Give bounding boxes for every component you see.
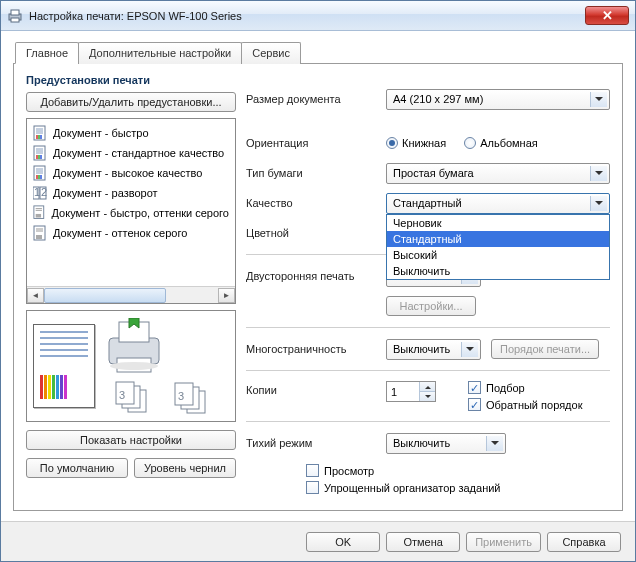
preset-label: Документ - оттенок серого	[53, 227, 187, 239]
svg-rect-21	[36, 175, 38, 179]
quality-option[interactable]: Высокий	[387, 247, 609, 263]
doc-size-value: A4 (210 x 297 мм)	[393, 93, 483, 105]
svg-text:2: 2	[41, 186, 47, 198]
preset-label: Документ - быстро, оттенки серого	[52, 207, 229, 219]
titlebar[interactable]: Настройка печати: EPSON WF-100 Series ✕	[1, 1, 635, 31]
client-area: Главное Дополнительные настройки Сервис …	[1, 31, 635, 521]
separator	[246, 370, 610, 371]
show-settings-button[interactable]: Показать настройки	[26, 430, 236, 450]
paper-type-select[interactable]: Простая бумага	[386, 163, 610, 184]
ink-levels-button[interactable]: Уровень чернил	[134, 458, 236, 478]
spread-icon: 12	[33, 185, 47, 201]
quality-option[interactable]: Черновик	[387, 215, 609, 231]
simple-organizer-checkbox[interactable]: Упрощенный организатор заданий	[306, 481, 610, 494]
multipage-select[interactable]: Выключить	[386, 339, 481, 360]
preset-item[interactable]: Документ - оттенок серого	[27, 223, 235, 243]
svg-rect-35	[36, 235, 42, 239]
svg-rect-16	[40, 155, 42, 159]
quality-option[interactable]: Стандартный	[387, 231, 609, 247]
duplex-settings-button[interactable]: Настройки...	[386, 296, 476, 316]
duplex-label: Двусторонняя печать	[246, 270, 386, 282]
preview-label: Просмотр	[324, 465, 374, 477]
reverse-order-checkbox[interactable]: Обратный порядок	[468, 398, 582, 411]
window-title: Настройка печати: EPSON WF-100 Series	[29, 10, 585, 22]
quality-select[interactable]: Стандартный	[386, 193, 610, 214]
svg-rect-37	[119, 322, 149, 342]
svg-rect-2	[11, 18, 19, 22]
checkbox-off-icon	[306, 464, 319, 477]
quality-value: Стандартный	[393, 197, 462, 209]
chevron-down-icon	[590, 196, 607, 211]
right-column: Размер документа A4 (210 x 297 мм) Ориен…	[246, 74, 610, 498]
document-gray-icon	[33, 225, 47, 241]
tab-service[interactable]: Сервис	[241, 42, 301, 64]
preset-item[interactable]: Документ - быстро, оттенки серого	[27, 203, 235, 223]
svg-rect-8	[38, 135, 40, 139]
quality-dropdown[interactable]: Черновик Стандартный Высокий Выключить	[386, 214, 610, 280]
ok-button[interactable]: OK	[306, 532, 380, 552]
radio-on-icon	[386, 137, 398, 149]
left-column: Предустановки печати Добавить/Удалить пр…	[26, 74, 236, 498]
preset-list[interactable]: Документ - быстро Документ - стандартное…	[26, 118, 236, 304]
chevron-down-icon	[461, 342, 478, 357]
page-preview-icon	[33, 324, 95, 408]
quiet-mode-label: Тихий режим	[246, 437, 386, 449]
preset-label: Документ - быстро	[53, 127, 149, 139]
preset-label: Документ - разворот	[53, 187, 158, 199]
preview-pane: 123 123	[26, 310, 236, 422]
printer-preview-icon	[103, 318, 165, 376]
quality-option[interactable]: Выключить	[387, 263, 609, 279]
scroll-thumb[interactable]	[44, 288, 166, 303]
scroll-left-arrow[interactable]: ◄	[27, 288, 44, 303]
orientation-portrait-radio[interactable]: Книжная	[386, 137, 446, 149]
preview-checkbox[interactable]: Просмотр	[306, 464, 610, 477]
scroll-right-arrow[interactable]: ►	[218, 288, 235, 303]
add-remove-presets-button[interactable]: Добавить/Удалить предустановки...	[26, 92, 236, 112]
quiet-value: Выключить	[393, 437, 450, 449]
quiet-mode-select[interactable]: Выключить	[386, 433, 506, 454]
spinner-down[interactable]	[419, 392, 435, 401]
copies-value: 1	[391, 386, 397, 398]
doc-size-label: Размер документа	[246, 93, 386, 105]
scroll-track[interactable]	[44, 288, 218, 303]
preset-item[interactable]: Документ - быстро	[27, 123, 235, 143]
tab-main[interactable]: Главное	[15, 42, 79, 64]
tabstrip: Главное Дополнительные настройки Сервис	[15, 42, 623, 64]
multipage-value: Выключить	[393, 343, 450, 355]
svg-point-40	[110, 362, 158, 370]
chevron-down-icon	[590, 166, 607, 181]
paper-type-label: Тип бумаги	[246, 167, 386, 179]
printer-icon	[7, 8, 23, 24]
reverse-label: Обратный порядок	[486, 399, 582, 411]
copies-spinner[interactable]: 1	[386, 381, 436, 402]
separator	[246, 327, 610, 328]
apply-button[interactable]: Применить	[466, 532, 541, 552]
checkbox-off-icon	[306, 481, 319, 494]
svg-rect-31	[36, 214, 41, 218]
preset-item[interactable]: Документ - высокое качество	[27, 163, 235, 183]
copies-label: Копии	[246, 381, 386, 396]
defaults-button[interactable]: По умолчанию	[26, 458, 128, 478]
cancel-button[interactable]: Отмена	[386, 532, 460, 552]
print-dialog: Настройка печати: EPSON WF-100 Series ✕ …	[0, 0, 636, 562]
help-button[interactable]: Справка	[547, 532, 621, 552]
svg-rect-15	[38, 155, 40, 159]
chevron-down-icon	[590, 92, 607, 107]
radio-off-icon	[464, 137, 476, 149]
orientation-label: Ориентация	[246, 137, 386, 149]
doc-size-select[interactable]: A4 (210 x 297 мм)	[386, 89, 610, 110]
presets-title: Предустановки печати	[26, 74, 236, 86]
page-order-button[interactable]: Порядок печати...	[491, 339, 599, 359]
tab-advanced[interactable]: Дополнительные настройки	[78, 42, 242, 64]
svg-rect-9	[40, 135, 42, 139]
chevron-down-icon	[486, 436, 503, 451]
preset-item[interactable]: 12Документ - разворот	[27, 183, 235, 203]
horizontal-scrollbar[interactable]: ◄ ►	[27, 286, 235, 303]
collate-checkbox[interactable]: Подбор	[468, 381, 582, 394]
collate-preview-icon: 123	[114, 380, 154, 414]
orientation-landscape-radio[interactable]: Альбомная	[464, 137, 538, 149]
preset-item[interactable]: Документ - стандартное качество	[27, 143, 235, 163]
spinner-up[interactable]	[419, 382, 435, 392]
close-button[interactable]: ✕	[585, 6, 629, 25]
svg-text:1: 1	[34, 186, 40, 198]
